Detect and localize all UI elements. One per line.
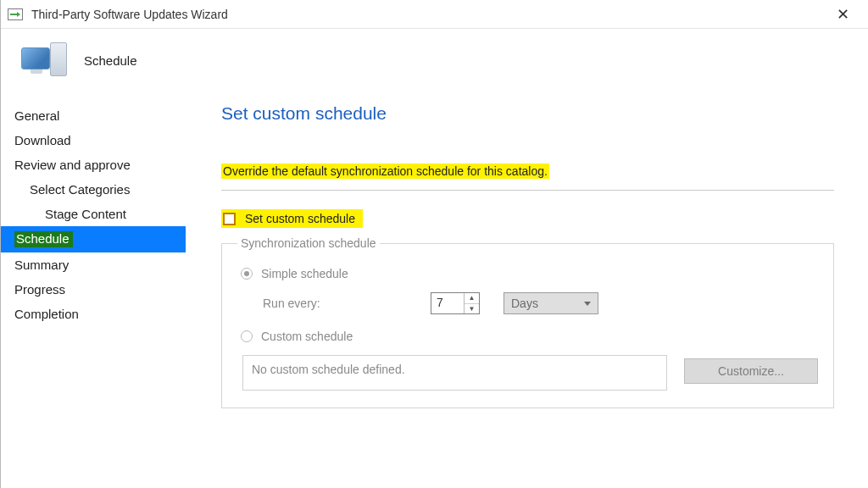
app-icon <box>8 8 23 20</box>
set-custom-schedule-row: Set custom schedule <box>221 209 363 228</box>
wizard-header: Schedule <box>1 29 868 98</box>
divider <box>221 190 834 191</box>
custom-schedule-radio[interactable] <box>241 330 253 342</box>
run-every-unit-value: Days <box>511 297 538 310</box>
nav-item-download[interactable]: Download <box>1 128 186 152</box>
computer-icon <box>21 39 69 81</box>
spinner-down-icon[interactable]: ▼ <box>465 304 479 314</box>
simple-schedule-label: Simple schedule <box>261 267 348 280</box>
nav-item-schedule[interactable]: Schedule <box>1 226 186 252</box>
custom-schedule-label: Custom schedule <box>261 330 353 343</box>
run-every-value: 7 <box>431 293 464 313</box>
run-every-label: Run every: <box>263 297 407 310</box>
fieldset-legend: Synchronization schedule <box>237 236 380 250</box>
spinner-arrows[interactable]: ▲ ▼ <box>464 293 479 313</box>
close-icon: ✕ <box>837 5 849 24</box>
spinner-up-icon[interactable]: ▲ <box>465 293 479 304</box>
nav-item-stage-content[interactable]: Stage Content <box>1 202 186 226</box>
page-title: Set custom schedule <box>221 103 834 124</box>
nav-item-select-categories[interactable]: Select Categories <box>1 177 186 202</box>
nav-item-general[interactable]: General <box>1 103 186 128</box>
nav-item-progress[interactable]: Progress <box>1 277 186 302</box>
run-every-unit-select[interactable]: Days <box>504 292 598 314</box>
wizard-body: General Download Review and approve Sele… <box>1 98 868 488</box>
synchronization-schedule-group: Synchronization schedule Simple schedule… <box>221 236 834 408</box>
set-custom-schedule-label: Set custom schedule <box>242 211 358 226</box>
custom-schedule-row: Custom schedule <box>241 330 818 343</box>
simple-schedule-radio[interactable] <box>241 268 253 280</box>
wizard-nav: General Download Review and approve Sele… <box>1 98 186 488</box>
wizard-content: Set custom schedule Override the default… <box>186 98 868 488</box>
nav-item-summary[interactable]: Summary <box>1 252 186 277</box>
titlebar: Third-Party Software Updates Wizard ✕ <box>1 0 868 29</box>
custom-schedule-area: No custom schedule defined. Customize... <box>242 355 818 391</box>
window-title: Third-Party Software Updates Wizard <box>31 8 228 21</box>
nav-item-review-and-approve[interactable]: Review and approve <box>1 152 186 177</box>
page-description: Override the default synchronization sch… <box>221 164 549 179</box>
set-custom-schedule-checkbox[interactable] <box>223 213 236 225</box>
nav-item-label: Schedule <box>14 231 73 247</box>
simple-schedule-row: Simple schedule <box>241 267 818 280</box>
custom-schedule-text: No custom schedule defined. <box>242 355 667 391</box>
header-step-title: Schedule <box>84 53 137 68</box>
nav-item-completion[interactable]: Completion <box>1 302 186 326</box>
customize-button[interactable]: Customize... <box>684 358 818 384</box>
run-every-spinner[interactable]: 7 ▲ ▼ <box>431 292 480 314</box>
close-button[interactable]: ✕ <box>824 2 861 27</box>
run-every-row: Run every: 7 ▲ ▼ Days <box>263 292 818 314</box>
wizard-window: Third-Party Software Updates Wizard ✕ Sc… <box>0 0 868 488</box>
